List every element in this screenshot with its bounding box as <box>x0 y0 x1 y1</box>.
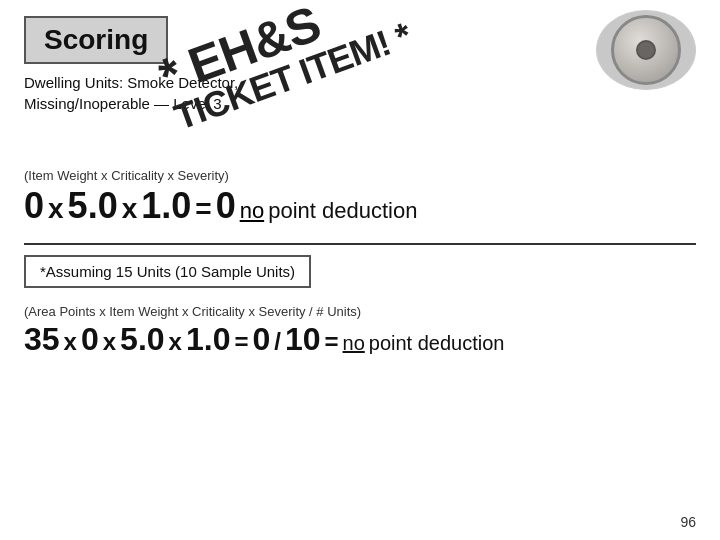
area-op2: x <box>103 328 116 356</box>
page-number: 96 <box>680 514 696 530</box>
area-val2: 0 <box>81 321 99 358</box>
formula-no: no <box>240 198 264 224</box>
formula-val1: 0 <box>24 185 44 227</box>
smoke-detector-image <box>596 10 696 90</box>
area-val1: 35 <box>24 321 60 358</box>
assuming-box: *Assuming 15 Units (10 Sample Units) <box>24 255 311 288</box>
scoring-label: Scoring <box>44 24 148 55</box>
area-val6: 10 <box>285 321 321 358</box>
area-op4: = <box>234 328 248 356</box>
area-no: no <box>343 332 365 355</box>
area-val5: 0 <box>252 321 270 358</box>
area-val3: 5.0 <box>120 321 164 358</box>
area-op1: x <box>64 328 77 356</box>
area-op5: / <box>274 328 281 356</box>
formula-val3: 1.0 <box>141 185 191 227</box>
area-formula: 35 x 0 x 5.0 x 1.0 = 0 / 10 = no point d… <box>24 321 696 358</box>
page: Scoring * EH&S TICKET ITEM! * Dwelling U… <box>0 0 720 540</box>
divider <box>24 243 696 245</box>
formula-val2: 5.0 <box>68 185 118 227</box>
formula-op3: = <box>195 193 211 225</box>
formula-val4: 0 <box>216 185 236 227</box>
smoke-detector-center <box>636 40 656 60</box>
formula-suffix: point deduction <box>268 198 417 224</box>
area-op3: x <box>169 328 182 356</box>
main-formula: 0 x 5.0 x 1.0 = 0 no point deduction <box>24 185 696 227</box>
area-formula-label: (Area Points x Item Weight x Criticality… <box>24 304 696 319</box>
area-val4: 1.0 <box>186 321 230 358</box>
assuming-text: *Assuming 15 Units (10 Sample Units) <box>40 263 295 280</box>
stamp-spacer <box>24 118 696 168</box>
area-op6: = <box>325 328 339 356</box>
formula-op2: x <box>122 193 138 225</box>
formula-weight-label: (Item Weight x Criticality x Severity) <box>24 168 696 183</box>
smoke-detector-body <box>611 15 681 85</box>
scoring-box: Scoring <box>24 16 168 64</box>
area-suffix: point deduction <box>369 332 505 355</box>
formula-op1: x <box>48 193 64 225</box>
